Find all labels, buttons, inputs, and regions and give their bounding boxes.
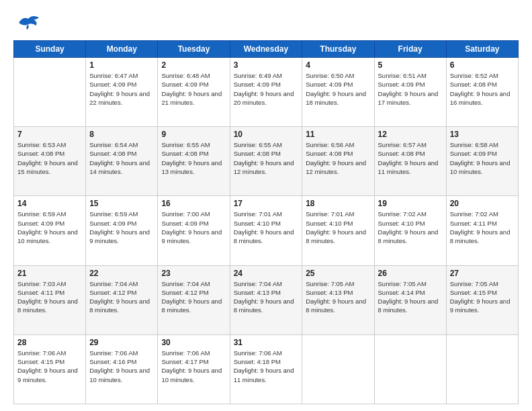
day-info: Sunrise: 6:59 AMSunset: 4:09 PMDaylight:… <box>17 210 82 245</box>
day-info: Sunrise: 7:06 AMSunset: 4:17 PMDaylight:… <box>161 349 226 384</box>
col-sunday: Sunday <box>14 41 86 58</box>
table-row: 25Sunrise: 7:05 AMSunset: 4:13 PMDayligh… <box>302 265 374 334</box>
day-info: Sunrise: 6:56 AMSunset: 4:08 PMDaylight:… <box>306 140 370 176</box>
table-row: 7Sunrise: 6:53 AMSunset: 4:08 PMDaylight… <box>14 127 86 196</box>
day-number: 8 <box>89 130 154 139</box>
table-row: 3Sunrise: 6:49 AMSunset: 4:09 PMDaylight… <box>230 58 302 127</box>
day-number: 3 <box>234 60 299 70</box>
day-number: 10 <box>234 130 299 139</box>
day-number: 26 <box>378 269 443 278</box>
calendar-week-row: 7Sunrise: 6:53 AMSunset: 4:08 PMDaylight… <box>14 127 519 196</box>
table-row: 28Sunrise: 7:06 AMSunset: 4:15 PMDayligh… <box>14 334 86 404</box>
day-number: 6 <box>450 60 515 70</box>
header <box>13 11 519 35</box>
table-row <box>302 334 374 404</box>
calendar-week-row: 28Sunrise: 7:06 AMSunset: 4:15 PMDayligh… <box>14 334 519 404</box>
day-number: 19 <box>378 199 443 208</box>
col-tuesday: Tuesday <box>158 41 230 58</box>
day-info: Sunrise: 7:02 AMSunset: 4:10 PMDaylight:… <box>378 210 443 245</box>
day-info: Sunrise: 6:53 AMSunset: 4:08 PMDaylight:… <box>17 140 82 176</box>
calendar-table: Sunday Monday Tuesday Wednesday Thursday… <box>13 40 519 404</box>
calendar-week-row: 21Sunrise: 7:03 AMSunset: 4:11 PMDayligh… <box>14 265 519 334</box>
day-number: 17 <box>234 199 299 208</box>
table-row: 5Sunrise: 6:51 AMSunset: 4:09 PMDaylight… <box>374 58 446 127</box>
page: Sunday Monday Tuesday Wednesday Thursday… <box>0 0 532 411</box>
day-info: Sunrise: 7:03 AMSunset: 4:11 PMDaylight:… <box>17 279 82 315</box>
day-number: 27 <box>450 269 515 278</box>
day-info: Sunrise: 6:54 AMSunset: 4:08 PMDaylight:… <box>89 140 154 176</box>
table-row: 10Sunrise: 6:55 AMSunset: 4:08 PMDayligh… <box>230 127 302 196</box>
day-info: Sunrise: 6:49 AMSunset: 4:09 PMDaylight:… <box>234 71 299 107</box>
table-row: 29Sunrise: 7:06 AMSunset: 4:16 PMDayligh… <box>86 334 158 404</box>
logo-icon <box>13 11 46 35</box>
table-row: 26Sunrise: 7:05 AMSunset: 4:14 PMDayligh… <box>374 265 446 334</box>
day-info: Sunrise: 6:47 AMSunset: 4:09 PMDaylight:… <box>89 71 154 107</box>
day-number: 24 <box>234 269 299 278</box>
day-info: Sunrise: 7:05 AMSunset: 4:14 PMDaylight:… <box>378 279 443 315</box>
day-info: Sunrise: 7:02 AMSunset: 4:11 PMDaylight:… <box>450 210 515 245</box>
table-row: 14Sunrise: 6:59 AMSunset: 4:09 PMDayligh… <box>14 196 86 265</box>
day-info: Sunrise: 7:04 AMSunset: 4:13 PMDaylight:… <box>234 279 299 315</box>
col-wednesday: Wednesday <box>230 41 302 58</box>
day-info: Sunrise: 7:01 AMSunset: 4:10 PMDaylight:… <box>306 210 370 245</box>
day-number: 4 <box>306 60 370 70</box>
day-info: Sunrise: 7:00 AMSunset: 4:09 PMDaylight:… <box>161 210 226 245</box>
table-row: 4Sunrise: 6:50 AMSunset: 4:09 PMDaylight… <box>302 58 374 127</box>
day-info: Sunrise: 7:05 AMSunset: 4:13 PMDaylight:… <box>306 279 370 315</box>
day-number: 7 <box>17 130 82 139</box>
day-info: Sunrise: 7:04 AMSunset: 4:12 PMDaylight:… <box>89 279 154 315</box>
col-friday: Friday <box>374 41 446 58</box>
calendar-week-row: 14Sunrise: 6:59 AMSunset: 4:09 PMDayligh… <box>14 196 519 265</box>
day-number: 28 <box>17 338 82 347</box>
day-info: Sunrise: 6:59 AMSunset: 4:09 PMDaylight:… <box>89 210 154 245</box>
day-number: 1 <box>89 60 154 70</box>
day-info: Sunrise: 6:55 AMSunset: 4:08 PMDaylight:… <box>234 140 299 176</box>
table-row: 9Sunrise: 6:55 AMSunset: 4:08 PMDaylight… <box>158 127 230 196</box>
day-info: Sunrise: 6:58 AMSunset: 4:09 PMDaylight:… <box>450 140 515 176</box>
day-info: Sunrise: 6:55 AMSunset: 4:08 PMDaylight:… <box>161 140 226 176</box>
day-number: 16 <box>161 199 226 208</box>
day-info: Sunrise: 6:50 AMSunset: 4:09 PMDaylight:… <box>306 71 370 107</box>
calendar-week-row: 1Sunrise: 6:47 AMSunset: 4:09 PMDaylight… <box>14 58 519 127</box>
table-row <box>374 334 446 404</box>
table-row: 12Sunrise: 6:57 AMSunset: 4:08 PMDayligh… <box>374 127 446 196</box>
table-row: 21Sunrise: 7:03 AMSunset: 4:11 PMDayligh… <box>14 265 86 334</box>
table-row: 2Sunrise: 6:48 AMSunset: 4:09 PMDaylight… <box>158 58 230 127</box>
day-number: 22 <box>89 269 154 278</box>
col-monday: Monday <box>86 41 158 58</box>
table-row: 31Sunrise: 7:06 AMSunset: 4:18 PMDayligh… <box>230 334 302 404</box>
day-info: Sunrise: 6:52 AMSunset: 4:08 PMDaylight:… <box>450 71 515 107</box>
calendar-header-row: Sunday Monday Tuesday Wednesday Thursday… <box>14 41 519 58</box>
table-row: 6Sunrise: 6:52 AMSunset: 4:08 PMDaylight… <box>446 58 518 127</box>
table-row: 15Sunrise: 6:59 AMSunset: 4:09 PMDayligh… <box>86 196 158 265</box>
day-number: 12 <box>378 130 443 139</box>
day-info: Sunrise: 6:48 AMSunset: 4:09 PMDaylight:… <box>161 71 226 107</box>
col-saturday: Saturday <box>446 41 518 58</box>
table-row: 13Sunrise: 6:58 AMSunset: 4:09 PMDayligh… <box>446 127 518 196</box>
day-number: 20 <box>450 199 515 208</box>
day-info: Sunrise: 7:06 AMSunset: 4:15 PMDaylight:… <box>17 349 82 384</box>
day-number: 15 <box>89 199 154 208</box>
day-number: 31 <box>234 338 299 347</box>
table-row <box>446 334 518 404</box>
day-info: Sunrise: 6:57 AMSunset: 4:08 PMDaylight:… <box>378 140 443 176</box>
day-number: 2 <box>161 60 226 70</box>
day-number: 29 <box>89 338 154 347</box>
table-row: 22Sunrise: 7:04 AMSunset: 4:12 PMDayligh… <box>86 265 158 334</box>
day-number: 21 <box>17 269 82 278</box>
day-number: 11 <box>306 130 370 139</box>
day-info: Sunrise: 7:06 AMSunset: 4:18 PMDaylight:… <box>234 349 299 384</box>
table-row: 18Sunrise: 7:01 AMSunset: 4:10 PMDayligh… <box>302 196 374 265</box>
table-row: 23Sunrise: 7:04 AMSunset: 4:12 PMDayligh… <box>158 265 230 334</box>
day-info: Sunrise: 6:51 AMSunset: 4:09 PMDaylight:… <box>378 71 443 107</box>
day-info: Sunrise: 7:04 AMSunset: 4:12 PMDaylight:… <box>161 279 226 315</box>
col-thursday: Thursday <box>302 41 374 58</box>
table-row: 17Sunrise: 7:01 AMSunset: 4:10 PMDayligh… <box>230 196 302 265</box>
day-info: Sunrise: 7:01 AMSunset: 4:10 PMDaylight:… <box>234 210 299 245</box>
logo <box>13 11 47 35</box>
table-row: 16Sunrise: 7:00 AMSunset: 4:09 PMDayligh… <box>158 196 230 265</box>
day-info: Sunrise: 7:06 AMSunset: 4:16 PMDaylight:… <box>89 349 154 384</box>
day-number: 25 <box>306 269 370 278</box>
day-number: 14 <box>17 199 82 208</box>
table-row: 8Sunrise: 6:54 AMSunset: 4:08 PMDaylight… <box>86 127 158 196</box>
